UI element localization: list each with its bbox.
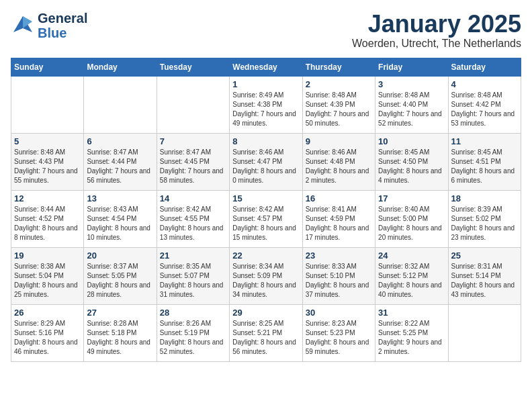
day-info: Sunrise: 8:29 AM Sunset: 5:16 PM Dayligh… [14,319,81,357]
week-row-1: 1Sunrise: 8:49 AM Sunset: 4:38 PM Daylig… [11,76,521,133]
day-cell: 6Sunrise: 8:47 AM Sunset: 4:44 PM Daylig… [84,133,157,190]
day-number: 1 [232,79,299,89]
day-number: 29 [232,308,299,318]
day-cell: 16Sunrise: 8:41 AM Sunset: 4:59 PM Dayli… [302,190,375,247]
day-number: 6 [87,136,153,146]
day-number: 11 [451,136,518,146]
day-number: 18 [451,193,518,203]
day-info: Sunrise: 8:25 AM Sunset: 5:21 PM Dayligh… [232,319,299,357]
day-cell [157,76,229,133]
day-number: 16 [306,193,372,203]
calendar-table: SundayMondayTuesdayWednesdayThursdayFrid… [11,58,521,362]
week-row-3: 12Sunrise: 8:44 AM Sunset: 4:52 PM Dayli… [11,190,521,247]
day-cell: 18Sunrise: 8:39 AM Sunset: 5:02 PM Dayli… [448,190,521,247]
logo-general: General [38,11,87,26]
day-number: 30 [306,308,372,318]
day-cell: 28Sunrise: 8:26 AM Sunset: 5:19 PM Dayli… [157,304,229,361]
day-info: Sunrise: 8:47 AM Sunset: 4:45 PM Dayligh… [160,148,226,185]
day-cell: 2Sunrise: 8:48 AM Sunset: 4:39 PM Daylig… [302,76,375,133]
day-number: 19 [14,250,81,261]
day-info: Sunrise: 8:45 AM Sunset: 4:51 PM Dayligh… [451,148,518,185]
weekday-header-tuesday: Tuesday [157,58,229,76]
week-row-4: 19Sunrise: 8:38 AM Sunset: 5:04 PM Dayli… [11,247,521,304]
day-cell: 5Sunrise: 8:48 AM Sunset: 4:43 PM Daylig… [11,133,84,190]
week-row-2: 5Sunrise: 8:48 AM Sunset: 4:43 PM Daylig… [11,133,521,190]
day-number: 4 [451,79,518,89]
day-info: Sunrise: 8:46 AM Sunset: 4:47 PM Dayligh… [232,148,299,185]
day-number: 27 [87,308,153,318]
day-cell: 12Sunrise: 8:44 AM Sunset: 4:52 PM Dayli… [11,190,84,247]
day-cell: 29Sunrise: 8:25 AM Sunset: 5:21 PM Dayli… [230,304,302,361]
logo-icon [11,13,35,38]
logo-blue: Blue [38,26,87,40]
location-title: Woerden, Utrecht, The Netherlands [352,38,521,50]
day-number: 12 [14,193,81,203]
day-info: Sunrise: 8:47 AM Sunset: 4:44 PM Dayligh… [87,148,153,185]
day-info: Sunrise: 8:44 AM Sunset: 4:52 PM Dayligh… [14,205,81,242]
day-info: Sunrise: 8:35 AM Sunset: 5:07 PM Dayligh… [160,262,226,300]
weekday-header-saturday: Saturday [448,58,521,76]
day-number: 10 [378,136,445,146]
day-cell: 7Sunrise: 8:47 AM Sunset: 4:45 PM Daylig… [157,133,229,190]
day-number: 31 [378,308,445,318]
weekday-header-sunday: Sunday [11,58,84,76]
day-cell: 19Sunrise: 8:38 AM Sunset: 5:04 PM Dayli… [11,247,84,304]
day-info: Sunrise: 8:45 AM Sunset: 4:50 PM Dayligh… [378,148,445,185]
day-cell: 20Sunrise: 8:37 AM Sunset: 5:05 PM Dayli… [84,247,157,304]
day-number: 17 [378,193,445,203]
day-info: Sunrise: 8:49 AM Sunset: 4:38 PM Dayligh… [232,91,299,128]
day-cell: 26Sunrise: 8:29 AM Sunset: 5:16 PM Dayli… [11,304,84,361]
day-number: 14 [160,193,226,203]
day-number: 28 [160,308,226,318]
day-info: Sunrise: 8:28 AM Sunset: 5:18 PM Dayligh… [87,319,153,357]
weekday-header-wednesday: Wednesday [230,58,302,76]
day-info: Sunrise: 8:26 AM Sunset: 5:19 PM Dayligh… [160,319,226,357]
day-info: Sunrise: 8:43 AM Sunset: 4:54 PM Dayligh… [87,205,153,242]
day-cell: 25Sunrise: 8:31 AM Sunset: 5:14 PM Dayli… [448,247,521,304]
logo: General Blue [11,11,87,40]
day-number: 26 [14,308,81,318]
day-number: 25 [451,250,518,261]
day-cell: 31Sunrise: 8:22 AM Sunset: 5:25 PM Dayli… [375,304,448,361]
day-number: 7 [160,136,226,146]
day-number: 2 [306,79,372,89]
weekday-header-thursday: Thursday [302,58,375,76]
day-cell: 27Sunrise: 8:28 AM Sunset: 5:18 PM Dayli… [84,304,157,361]
day-cell: 1Sunrise: 8:49 AM Sunset: 4:38 PM Daylig… [230,76,302,133]
day-number: 5 [14,136,81,146]
day-info: Sunrise: 8:23 AM Sunset: 5:23 PM Dayligh… [306,319,372,357]
day-number: 9 [306,136,372,146]
day-info: Sunrise: 8:32 AM Sunset: 5:12 PM Dayligh… [378,262,445,300]
weekday-header-monday: Monday [84,58,157,76]
day-info: Sunrise: 8:33 AM Sunset: 5:10 PM Dayligh… [306,262,372,300]
day-cell [11,76,84,133]
day-info: Sunrise: 8:42 AM Sunset: 4:57 PM Dayligh… [232,205,299,242]
day-info: Sunrise: 8:37 AM Sunset: 5:05 PM Dayligh… [87,262,153,300]
day-info: Sunrise: 8:38 AM Sunset: 5:04 PM Dayligh… [14,262,81,300]
day-cell [84,76,157,133]
day-cell: 3Sunrise: 8:48 AM Sunset: 4:40 PM Daylig… [375,76,448,133]
header: General Blue January 2025 Woerden, Utrec… [11,11,521,50]
day-cell: 24Sunrise: 8:32 AM Sunset: 5:12 PM Dayli… [375,247,448,304]
day-info: Sunrise: 8:39 AM Sunset: 5:02 PM Dayligh… [451,205,518,242]
day-info: Sunrise: 8:40 AM Sunset: 5:00 PM Dayligh… [378,205,445,242]
day-cell: 11Sunrise: 8:45 AM Sunset: 4:51 PM Dayli… [448,133,521,190]
day-info: Sunrise: 8:31 AM Sunset: 5:14 PM Dayligh… [451,262,518,300]
day-info: Sunrise: 8:22 AM Sunset: 5:25 PM Dayligh… [378,319,445,357]
day-cell: 10Sunrise: 8:45 AM Sunset: 4:50 PM Dayli… [375,133,448,190]
day-cell: 4Sunrise: 8:48 AM Sunset: 4:42 PM Daylig… [448,76,521,133]
day-info: Sunrise: 8:34 AM Sunset: 5:09 PM Dayligh… [232,262,299,300]
day-info: Sunrise: 8:46 AM Sunset: 4:48 PM Dayligh… [306,148,372,185]
day-info: Sunrise: 8:41 AM Sunset: 4:59 PM Dayligh… [306,205,372,242]
day-cell: 22Sunrise: 8:34 AM Sunset: 5:09 PM Dayli… [230,247,302,304]
day-number: 22 [232,250,299,261]
weekday-header-friday: Friday [375,58,448,76]
day-number: 8 [232,136,299,146]
day-cell: 23Sunrise: 8:33 AM Sunset: 5:10 PM Dayli… [302,247,375,304]
day-cell: 9Sunrise: 8:46 AM Sunset: 4:48 PM Daylig… [302,133,375,190]
day-number: 21 [160,250,226,261]
day-number: 23 [306,250,372,261]
day-number: 3 [378,79,445,89]
day-number: 13 [87,193,153,203]
day-cell [448,304,521,361]
